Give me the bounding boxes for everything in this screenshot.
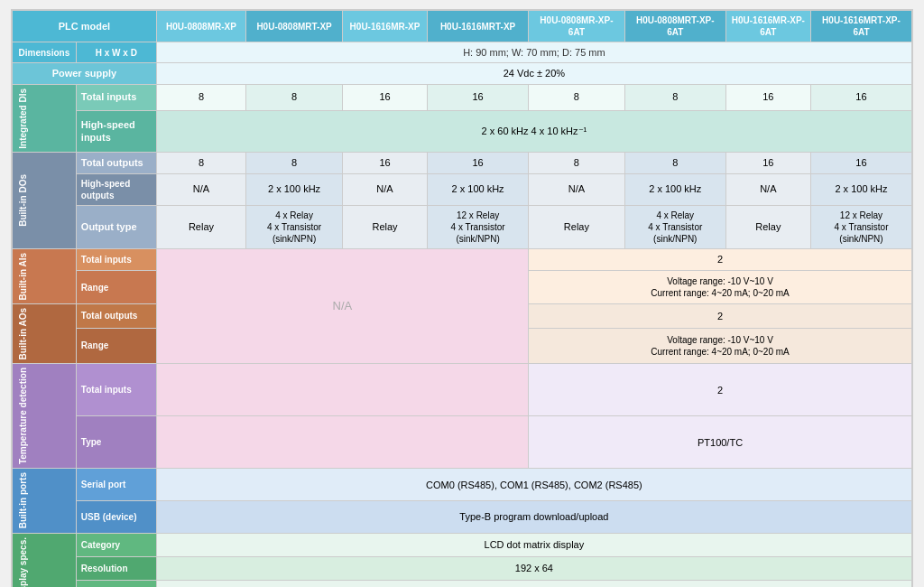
total-inputs-row: Integrated DIs Total inputs 8 8 16 16 8 …	[13, 84, 912, 110]
usb-label: USB (device)	[76, 501, 156, 534]
serial-port-row: Built-in ports Serial port COM0 (RS485),…	[13, 469, 912, 501]
out-type-2: 4 x Relay 4 x Transistor (sink/NPN)	[246, 205, 343, 248]
temp-detection-label: Temperature detection	[13, 364, 77, 469]
usb-value: Type-B program download/upload	[156, 501, 911, 534]
builtin-ports-label: Built-in ports	[13, 469, 77, 533]
ai-total-inputs-value: 2	[529, 248, 912, 271]
high-speed-outputs-row: High-speed outputs N/A 2 x 100 kHz N/A 2…	[13, 173, 912, 205]
model-col-3: H0U-1616MR-XP	[342, 11, 427, 42]
display-range-label: Display range	[76, 580, 156, 587]
ai-range-label: Range	[76, 271, 156, 304]
total-outputs-7: 16	[725, 153, 810, 173]
out-type-6: 4 x Relay 4 x Transistor (sink/NPN)	[624, 205, 725, 248]
category-value: LCD dot matrix display	[156, 533, 911, 556]
total-outputs-label: Total outputs	[76, 153, 156, 173]
total-inputs-8: 16	[810, 84, 911, 110]
display-specs-label: Display specs.	[13, 533, 77, 587]
dimensions-row: Dimensions H x W x D H: 90 mm; W: 70 mm;…	[13, 42, 912, 63]
high-speed-inputs-row: High-speed inputs 2 x 60 kHz 4 x 10 kHz⁻…	[13, 110, 912, 153]
display-range-row: Display range 104 x 39 mm	[13, 580, 912, 587]
power-supply-label: Power supply	[13, 63, 157, 84]
high-speed-outputs-label: High-speed outputs	[76, 173, 156, 205]
display-range-value: 104 x 39 mm	[156, 580, 911, 587]
power-supply-row: Power supply 24 Vdc ± 20%	[13, 63, 912, 84]
total-inputs-3: 16	[342, 84, 427, 110]
builtin-dos-label: Built-in DOs	[13, 153, 77, 248]
hs-out-3: N/A	[342, 173, 427, 205]
temp-total-inputs-row: Temperature detection Total inputs 2	[13, 364, 912, 416]
out-type-3: Relay	[342, 205, 427, 248]
model-col-2: H0U-0808MRT-XP	[246, 11, 343, 42]
total-outputs-3: 16	[342, 153, 427, 173]
temp-type-na	[156, 416, 528, 469]
hs-out-8: 2 x 100 kHz	[810, 173, 911, 205]
model-col-5: H0U-0808MR-XP-6AT	[529, 11, 625, 42]
total-inputs-4: 16	[428, 84, 529, 110]
total-inputs-1: 8	[156, 84, 245, 110]
dimensions-value: H: 90 mm; W: 70 mm; D: 75 mm	[156, 42, 911, 63]
temp-total-inputs-value: 2	[529, 364, 912, 416]
serial-port-label: Serial port	[76, 469, 156, 501]
output-type-label: Output type	[76, 205, 156, 248]
integrated-dis-label: Integrated DIs	[13, 84, 77, 153]
ao-range-value: Voltage range: -10 V~10 V Current range:…	[529, 328, 912, 364]
total-outputs-8: 16	[810, 153, 911, 173]
temp-total-inputs-label: Total inputs	[76, 364, 156, 416]
hs-out-4: 2 x 100 kHz	[428, 173, 529, 205]
out-type-7: Relay	[725, 205, 810, 248]
ai-total-inputs-label: Total inputs	[76, 248, 156, 271]
resolution-row: Resolution 192 x 64	[13, 556, 912, 580]
out-type-5: Relay	[529, 205, 625, 248]
category-label: Category	[76, 533, 156, 556]
total-inputs-6: 8	[624, 84, 725, 110]
hs-out-5: N/A	[529, 173, 625, 205]
ao-range-label: Range	[76, 328, 156, 364]
total-inputs-2: 8	[246, 84, 343, 110]
usb-row: USB (device) Type-B program download/upl…	[13, 501, 912, 534]
model-col-1: H0U-0808MR-XP	[156, 11, 245, 42]
temp-type-label: Type	[76, 416, 156, 469]
comparison-table: PLC model H0U-0808MR-XP H0U-0808MRT-XP H…	[11, 9, 913, 587]
total-outputs-2: 8	[246, 153, 343, 173]
high-speed-inputs-label: High-speed inputs	[76, 110, 156, 153]
model-col-6: H0U-0808MRT-XP-6AT	[624, 11, 725, 42]
total-outputs-row: Built-in DOs Total outputs 8 8 16 16 8 8…	[13, 153, 912, 173]
temp-na	[156, 364, 528, 416]
out-type-1: Relay	[156, 205, 245, 248]
builtin-ais-label: Built-in AIs	[13, 248, 77, 303]
builtin-aos-label: Built-in AOs	[13, 303, 77, 363]
high-speed-inputs-value: 2 x 60 kHz 4 x 10 kHz⁻¹	[156, 110, 911, 153]
ai-total-inputs-row: Built-in AIs Total inputs N/A 2	[13, 248, 912, 271]
hs-out-7: N/A	[725, 173, 810, 205]
total-outputs-4: 16	[428, 153, 529, 173]
total-outputs-1: 8	[156, 153, 245, 173]
total-inputs-7: 16	[725, 84, 810, 110]
dimensions-label: Dimensions	[13, 42, 77, 63]
power-supply-value: 24 Vdc ± 20%	[156, 63, 911, 84]
serial-port-value: COM0 (RS485), COM1 (RS485), COM2 (RS485)	[156, 469, 911, 501]
display-category-row: Display specs. Category LCD dot matrix d…	[13, 533, 912, 556]
hs-out-2: 2 x 100 kHz	[246, 173, 343, 205]
out-type-4: 12 x Relay 4 x Transistor (sink/NPN)	[428, 205, 529, 248]
resolution-value: 192 x 64	[156, 556, 911, 580]
total-inputs-5: 8	[529, 84, 625, 110]
hs-out-6: 2 x 100 kHz	[624, 173, 725, 205]
output-type-row: Output type Relay 4 x Relay 4 x Transist…	[13, 205, 912, 248]
ao-total-outputs-value: 2	[529, 303, 912, 328]
resolution-label: Resolution	[76, 556, 156, 580]
total-outputs-6: 8	[624, 153, 725, 173]
out-type-8: 12 x Relay 4 x Transistor (sink/NPN)	[810, 205, 911, 248]
hxwxd-label: H x W x D	[76, 42, 156, 63]
model-col-4: H0U-1616MRT-XP	[428, 11, 529, 42]
plc-model-header-row: PLC model H0U-0808MR-XP H0U-0808MRT-XP H…	[13, 11, 912, 42]
temp-type-row: Type PT100/TC	[13, 416, 912, 469]
plc-model-label: PLC model	[13, 11, 157, 42]
total-outputs-5: 8	[529, 153, 625, 173]
na-block: N/A	[156, 248, 528, 364]
ao-total-outputs-label: Total outputs	[76, 303, 156, 328]
hs-out-1: N/A	[156, 173, 245, 205]
temp-type-value: PT100/TC	[529, 416, 912, 469]
model-col-7: H0U-1616MR-XP-6AT	[725, 11, 810, 42]
ai-range-value: Voltage range: -10 V~10 V Current range:…	[529, 271, 912, 304]
model-col-8: H0U-1616MRT-XP-6AT	[810, 11, 911, 42]
